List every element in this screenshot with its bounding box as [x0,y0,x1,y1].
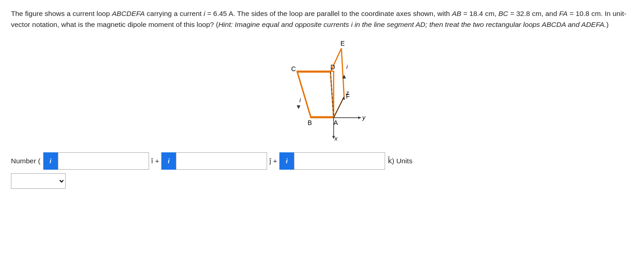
loop-diagram: E C D B A F y x z i i [263,35,381,144]
number-input-2[interactable] [176,152,267,170]
svg-marker-3 [358,116,361,119]
problem-text: The figure shows a current loop ABCDEFA … [11,8,633,30]
svg-marker-0 [297,71,334,117]
label-A: A [334,119,338,126]
dropdown-row [11,173,633,189]
j-hat-label: ĵ + [269,157,277,165]
i-hat-label: î + [151,157,160,165]
label-i1: i [299,97,301,104]
number-input-3[interactable] [294,152,385,170]
label-C: C [291,65,296,73]
number-input-1[interactable] [58,152,149,170]
input-group-3: i [279,152,385,170]
label-z: z [345,89,349,96]
input-group-1: i [43,152,149,170]
svg-marker-8 [297,105,300,109]
k-hat-units-label: k̂) Units [388,157,412,165]
info-button-2[interactable]: i [161,152,176,170]
label-i2: i [346,63,348,70]
label-x: x [334,135,338,142]
label-B: B [308,119,312,126]
label-D: D [330,63,335,71]
info-button-1[interactable]: i [43,152,58,170]
label-y: y [362,114,366,121]
units-dropdown[interactable] [11,173,66,189]
label-E: E [340,40,345,47]
svg-line-6 [334,97,344,118]
figure-area: E C D B A F y x z i i [11,35,633,144]
info-button-3[interactable]: i [279,152,294,170]
problem-container: The figure shows a current loop ABCDEFA … [11,8,633,189]
answer-row: Number ( i î + i ĵ + i k̂) Units [11,152,633,170]
number-label: Number ( [11,157,41,165]
input-group-2: i [161,152,267,170]
